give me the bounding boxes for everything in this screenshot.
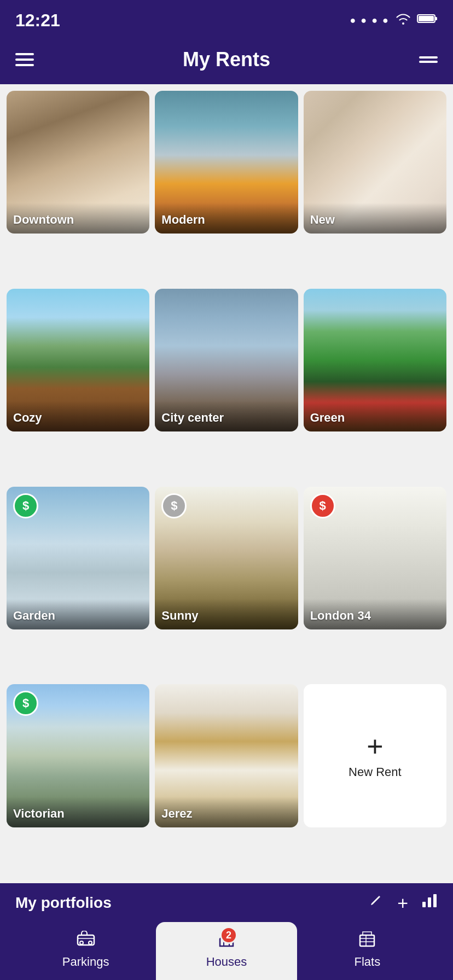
signal-icon: ● ● ● ● — [350, 15, 390, 26]
rent-item-downtown[interactable]: Downtown — [7, 91, 149, 234]
rent-item-jerez[interactable]: Jerez — [155, 684, 298, 827]
wifi-icon — [395, 13, 411, 28]
hamburger-line — [15, 53, 34, 55]
rent-label-garden: Garden — [13, 609, 55, 622]
tab-parkings-icon — [76, 931, 96, 952]
rent-label-modern: Modern — [161, 213, 205, 226]
rent-label-new: New — [310, 213, 335, 226]
rent-item-green[interactable]: Green — [304, 289, 446, 431]
rent-label-wrap-citycenter: City center — [155, 401, 298, 431]
view-toggle-button[interactable] — [419, 56, 438, 63]
hamburger-line — [15, 59, 34, 61]
rent-item-garden[interactable]: $ Garden — [7, 487, 149, 629]
battery-icon — [417, 13, 438, 27]
hamburger-line — [15, 64, 34, 66]
rent-label-wrap-modern: Modern — [155, 203, 298, 234]
status-time: 12:21 — [15, 10, 60, 31]
new-rent-label: New Rent — [349, 765, 402, 779]
svg-rect-3 — [422, 902, 426, 907]
rent-label-wrap-london34: London 34 — [304, 599, 446, 629]
rent-label-london34: London 34 — [310, 609, 371, 622]
tab-houses-badge: 2 — [220, 926, 237, 944]
svg-rect-5 — [433, 894, 437, 907]
svg-point-7 — [80, 941, 83, 944]
status-bar: 12:21 ● ● ● ● — [0, 0, 453, 38]
rent-label-wrap-garden: Garden — [7, 599, 149, 629]
rent-label-wrap-new: New — [304, 203, 446, 234]
tab-houses[interactable]: 2 Houses — [156, 922, 297, 980]
price-badge-london34: $ — [310, 493, 335, 518]
portfolio-actions: + — [369, 893, 438, 912]
add-portfolio-icon[interactable]: + — [397, 894, 408, 912]
rents-grid: Downtown Modern New Cozy City center Gre… — [0, 84, 453, 883]
rent-label-cozy: Cozy — [13, 411, 42, 424]
tab-flats-icon — [357, 931, 377, 952]
status-icons: ● ● ● ● — [350, 13, 438, 28]
svg-rect-4 — [428, 897, 431, 907]
new-rent-button[interactable]: + New Rent — [304, 684, 446, 827]
svg-rect-10 — [360, 935, 374, 946]
rent-label-wrap-cozy: Cozy — [7, 401, 149, 431]
edit-portfolio-icon[interactable] — [369, 893, 384, 912]
price-badge-victorian: $ — [13, 691, 38, 716]
price-badge-garden: $ — [13, 493, 38, 518]
hamburger-menu[interactable] — [15, 53, 34, 66]
tab-parkings-label: Parkings — [62, 955, 109, 969]
rent-item-cozy[interactable]: Cozy — [7, 289, 149, 431]
rent-label-wrap-jerez: Jerez — [155, 797, 298, 827]
rent-label-wrap-victorian: Victorian — [7, 797, 149, 827]
price-badge-sunny: $ — [161, 493, 187, 518]
rent-item-london34[interactable]: $ London 34 — [304, 487, 446, 629]
rent-item-citycenter[interactable]: City center — [155, 289, 298, 431]
grid-line — [419, 61, 438, 63]
rent-label-victorian: Victorian — [13, 807, 65, 820]
portfolio-bar: My portfolios + — [0, 883, 453, 980]
rent-label-wrap-sunny: Sunny — [155, 599, 298, 629]
tab-flats-label: Flats — [354, 955, 380, 969]
rent-label-citycenter: City center — [161, 411, 224, 424]
new-rent-plus-icon: + — [367, 732, 383, 761]
rent-item-victorian[interactable]: $ Victorian — [7, 684, 149, 827]
tab-bar: Parkings 2 Houses Flats — [15, 922, 438, 980]
rent-label-green: Green — [310, 411, 345, 424]
header: My Rents — [0, 38, 453, 84]
tab-flats[interactable]: Flats — [297, 922, 438, 980]
rent-label-wrap-green: Green — [304, 401, 446, 431]
svg-rect-1 — [419, 16, 434, 21]
grid-line — [419, 56, 438, 59]
page-title: My Rents — [183, 48, 270, 71]
rent-item-modern[interactable]: Modern — [155, 91, 298, 234]
rent-item-sunny[interactable]: $ Sunny — [155, 487, 298, 629]
svg-rect-2 — [435, 17, 437, 20]
svg-point-8 — [89, 941, 92, 944]
rent-label-sunny: Sunny — [161, 609, 198, 622]
rent-label-wrap-downtown: Downtown — [7, 203, 149, 234]
rent-item-new[interactable]: New — [304, 91, 446, 234]
tab-houses-label: Houses — [206, 955, 247, 969]
portfolio-header: My portfolios + — [15, 893, 438, 912]
portfolio-title: My portfolios — [15, 894, 112, 912]
rent-label-downtown: Downtown — [13, 213, 74, 226]
tab-parkings[interactable]: Parkings — [15, 922, 156, 980]
stats-portfolio-icon[interactable] — [421, 893, 438, 912]
rent-label-jerez: Jerez — [161, 807, 192, 820]
